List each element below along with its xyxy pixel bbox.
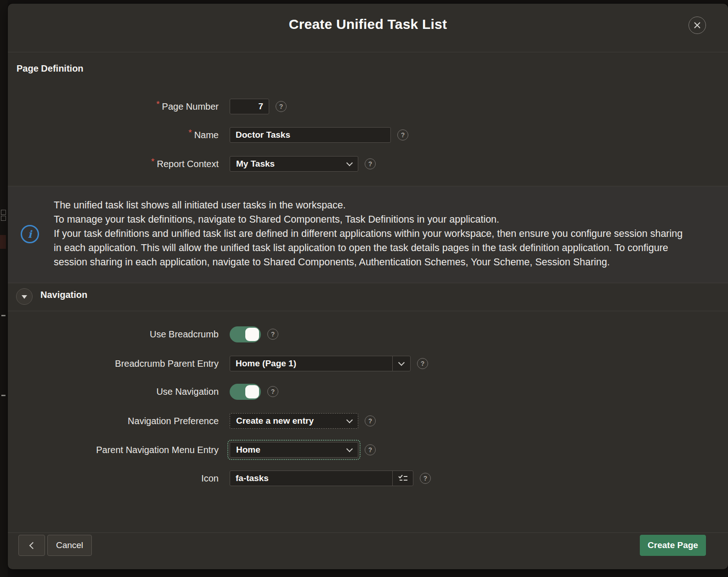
navigation-preference-value: Create a new entry bbox=[236, 416, 314, 426]
breadcrumb-parent-dropdown-button[interactable] bbox=[392, 356, 411, 371]
info-line: The unified task list shows all initiate… bbox=[54, 198, 688, 213]
create-page-button[interactable]: Create Page bbox=[640, 535, 706, 556]
app-background bbox=[0, 0, 8, 577]
info-region: i The unified task list shows all initia… bbox=[8, 186, 728, 283]
info-icon: i bbox=[21, 225, 39, 243]
parent-navigation-menu-entry-value: Home bbox=[236, 445, 260, 455]
navigation-section-header: Navigation bbox=[8, 286, 728, 307]
back-button[interactable] bbox=[18, 535, 45, 556]
help-icon[interactable]: ? bbox=[420, 473, 431, 484]
help-icon[interactable]: ? bbox=[365, 444, 376, 455]
checklist-icon bbox=[398, 474, 408, 482]
help-icon[interactable]: ? bbox=[267, 386, 278, 397]
navigation-divider bbox=[8, 311, 728, 311]
page-number-input[interactable] bbox=[230, 99, 269, 114]
use-navigation-toggle[interactable] bbox=[230, 384, 261, 400]
help-icon[interactable]: ? bbox=[365, 415, 376, 426]
help-icon[interactable]: ? bbox=[276, 101, 287, 112]
help-icon[interactable]: ? bbox=[397, 129, 408, 140]
background-grid-icon bbox=[1, 210, 6, 222]
section-page-definition: Page Definition bbox=[17, 63, 84, 74]
report-context-select[interactable]: My Tasks bbox=[230, 156, 358, 172]
cancel-button[interactable]: Cancel bbox=[47, 535, 92, 556]
page-number-row: *Page Number ? bbox=[8, 96, 728, 117]
parent-navigation-menu-entry-row: Parent Navigation Menu Entry Home ? bbox=[8, 439, 728, 460]
header-divider bbox=[8, 52, 728, 52]
use-navigation-row: Use Navigation ? bbox=[8, 381, 728, 402]
required-marker: * bbox=[151, 157, 154, 166]
help-icon[interactable]: ? bbox=[365, 158, 376, 169]
chevron-down-icon bbox=[346, 416, 353, 423]
info-line: To manage your task definitions, navigat… bbox=[54, 213, 688, 227]
chevron-left-icon bbox=[29, 542, 36, 549]
use-navigation-label: Use Navigation bbox=[8, 387, 219, 397]
help-icon[interactable]: ? bbox=[267, 329, 278, 340]
chevron-down-icon bbox=[346, 445, 353, 452]
navigation-preference-row: Navigation Preference Create a new entry… bbox=[8, 410, 728, 431]
background-dash-icon bbox=[1, 315, 6, 316]
section-navigation: Navigation bbox=[40, 290, 87, 300]
icon-input[interactable] bbox=[230, 471, 393, 486]
use-breadcrumb-row: Use Breadcrumb ? bbox=[8, 324, 728, 345]
breadcrumb-parent-row: Breadcrumb Parent Entry ? bbox=[8, 353, 728, 374]
footer-divider bbox=[8, 532, 728, 533]
info-text: The unified task list shows all initiate… bbox=[54, 198, 688, 269]
breadcrumb-parent-input[interactable] bbox=[230, 356, 393, 371]
breadcrumb-parent-label: Breadcrumb Parent Entry bbox=[8, 359, 219, 369]
name-input[interactable] bbox=[230, 127, 391, 143]
name-row: *Name ? bbox=[8, 124, 728, 146]
parent-navigation-menu-entry-label: Parent Navigation Menu Entry bbox=[8, 445, 219, 455]
use-breadcrumb-toggle[interactable] bbox=[230, 326, 261, 342]
close-icon bbox=[689, 17, 705, 34]
toggle-knob bbox=[245, 385, 259, 398]
name-label: *Name bbox=[8, 130, 219, 140]
icon-label: Icon bbox=[8, 473, 219, 484]
triangle-down-icon bbox=[22, 295, 27, 299]
required-marker: * bbox=[156, 99, 159, 109]
chevron-down-icon bbox=[398, 359, 405, 365]
report-context-row: *Report Context My Tasks ? bbox=[8, 153, 728, 174]
background-region bbox=[0, 235, 6, 249]
dialog-title: Create Unified Task List bbox=[8, 17, 728, 32]
toggle-knob bbox=[245, 328, 259, 341]
navigation-collapse-button[interactable] bbox=[16, 288, 33, 305]
help-icon[interactable]: ? bbox=[417, 358, 428, 369]
chevron-down-icon bbox=[346, 159, 353, 166]
report-context-value: My Tasks bbox=[236, 159, 275, 169]
close-button[interactable] bbox=[688, 17, 706, 34]
icon-picker-button[interactable] bbox=[392, 471, 413, 486]
icon-row: Icon ? bbox=[8, 468, 728, 489]
parent-navigation-menu-entry-select[interactable]: Home bbox=[230, 442, 358, 458]
navigation-preference-label: Navigation Preference bbox=[8, 416, 219, 426]
use-breadcrumb-label: Use Breadcrumb bbox=[8, 329, 219, 340]
create-unified-task-list-dialog: Create Unified Task List Page Definition… bbox=[8, 4, 728, 569]
navigation-preference-select[interactable]: Create a new entry bbox=[230, 413, 358, 429]
page-number-label: *Page Number bbox=[8, 101, 219, 112]
info-line: If your task definitions and unified tas… bbox=[54, 227, 688, 269]
required-marker: * bbox=[188, 128, 192, 137]
background-dash-icon bbox=[1, 395, 6, 396]
report-context-label: *Report Context bbox=[8, 159, 219, 169]
